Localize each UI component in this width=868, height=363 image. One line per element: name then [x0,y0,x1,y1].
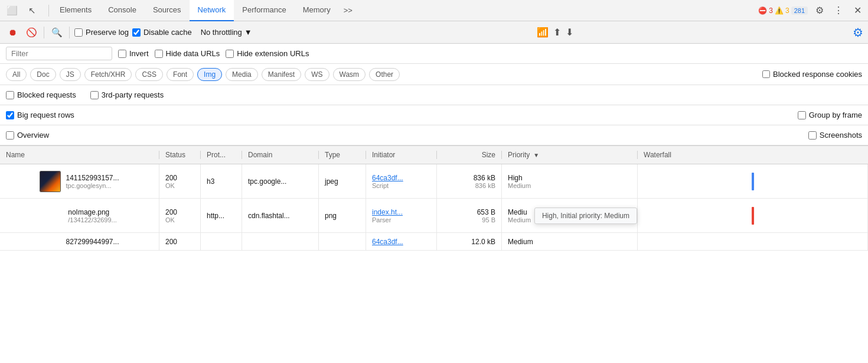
clear-log-button[interactable]: 🚫 [24,25,39,40]
type-btn-wasm[interactable]: Wasm [333,68,366,81]
overview-checkbox[interactable] [6,131,14,140]
col-header-protocol[interactable]: Prot... [201,151,242,159]
network-settings-icon[interactable]: ⚙ [853,26,863,39]
cell-protocol-1: h3 [201,164,242,198]
cell-waterfall-3 [638,233,868,250]
more-options-icon[interactable]: ⋮ [831,4,846,18]
cell-status-1: 200 OK [159,164,201,198]
group-by-frame-label[interactable]: Group by frame [798,111,862,119]
cell-size-2: 653 B 95 B [437,199,502,232]
options-left-3: Overview [6,131,49,140]
disable-cache-checkbox[interactable] [132,28,141,37]
blocked-requests-label[interactable]: Blocked requests [6,90,76,99]
blocked-requests-checkbox[interactable] [6,91,14,99]
cell-domain-3 [242,233,319,250]
table-row[interactable]: 141152993157... tpc.googlesyn... 200 OK … [0,164,868,199]
settings-icon[interactable]: ⚙ [812,4,827,18]
type-btn-other[interactable]: Other [369,68,400,81]
options-row-1: Blocked requests 3rd-party requests [0,85,868,105]
cell-type-1: jpeg [319,164,366,198]
cell-name-1: 141152993157... tpc.googlesyn... [0,164,159,198]
cell-name-2: noImage.png /134122/32699... [0,199,159,232]
options-right-2: Group by frame [798,111,862,119]
blocked-cookies-checkbox[interactable] [762,70,770,78]
overview-label[interactable]: Overview [6,131,49,140]
type-btn-font[interactable]: Font [167,68,194,81]
type-btn-doc[interactable]: Doc [30,68,56,81]
name-inner-3: 827299944997... [40,238,119,246]
stop-recording-button[interactable]: ⏺ [5,25,20,40]
type-btn-manifest[interactable]: Manifest [262,68,301,81]
tab-elements[interactable]: Elements [51,0,100,21]
col-header-type[interactable]: Type [319,151,366,159]
cell-protocol-3 [201,233,242,250]
tab-console[interactable]: Console [100,0,145,21]
toolbar-divider-2 [69,27,70,38]
cell-size-1: 836 kB 836 kB [437,164,502,198]
wifi-icon: 📶 [537,27,549,38]
col-header-priority[interactable]: Priority ▼ [502,151,638,159]
tab-network[interactable]: Network [190,0,234,21]
network-toolbar: ⏺ 🚫 🔍 Preserve log Disable cache No thro… [0,21,868,44]
screenshots-label[interactable]: Screenshots [808,131,862,140]
type-btn-js[interactable]: JS [60,68,81,81]
tab-more[interactable]: >> [339,0,357,21]
big-request-rows-label[interactable]: Big request rows [6,111,74,119]
cell-priority-3: Medium [502,233,638,250]
error-badge: ⛔ 3 ⚠️ 3 281 [758,7,808,15]
table-row[interactable]: 827299944997... 200 64ca3df... 12.0 kB M… [0,233,868,251]
waterfall-bar-1 [752,173,754,190]
cell-protocol-2: http... [201,199,242,232]
table-row[interactable]: noImage.png /134122/32699... 200 OK http… [0,199,868,233]
col-header-waterfall[interactable]: Waterfall [638,151,868,159]
disable-cache-label[interactable]: Disable cache [132,28,192,37]
invert-checkbox[interactable] [118,50,126,58]
type-btn-ws[interactable]: WS [305,68,329,81]
screenshots-checkbox[interactable] [808,131,817,140]
hide-data-urls-label[interactable]: Hide data URLs [155,49,220,58]
col-header-domain[interactable]: Domain [242,151,319,159]
cell-domain-2: cdn.flashtal... [242,199,319,232]
col-header-size[interactable]: Size [437,151,502,159]
cell-initiator-2: index.ht... Parser [366,199,437,232]
inspect-icon[interactable]: ↖ [24,2,40,19]
type-btn-all[interactable]: All [6,68,27,81]
thumbnail-1 [40,171,61,192]
tab-sources[interactable]: Sources [145,0,190,21]
hide-data-urls-checkbox[interactable] [155,50,163,58]
third-party-checkbox[interactable] [90,91,99,99]
search-button[interactable]: 🔍 [49,25,64,40]
big-request-rows-checkbox[interactable] [6,111,14,119]
invert-label[interactable]: Invert [118,49,149,58]
options-left-2: Big request rows [6,111,74,119]
tab-bar: ⬜ ↖ Elements Console Sources Network Per… [0,0,868,21]
preserve-log-checkbox[interactable] [74,28,83,37]
table-body: 141152993157... tpc.googlesyn... 200 OK … [0,164,868,251]
group-by-frame-checkbox[interactable] [798,111,806,119]
download-icon[interactable]: ⬇ [566,27,573,38]
tab-memory[interactable]: Memory [295,0,339,21]
cell-domain-1: tpc.google... [242,164,319,198]
filter-row: Invert Hide data URLs Hide extension URL… [0,44,868,64]
throttle-select[interactable]: No throttling ▼ [195,25,257,39]
filter-input[interactable] [6,47,112,60]
options-right-3: Screenshots [808,131,862,140]
type-btn-fetch[interactable]: Fetch/XHR [84,68,132,81]
hide-extension-urls-checkbox[interactable] [226,50,234,58]
blocked-cookies-label[interactable]: Blocked response cookies [762,70,862,79]
hide-extension-urls-label[interactable]: Hide extension URLs [226,49,309,58]
type-btn-media[interactable]: Media [226,68,258,81]
col-header-name[interactable]: Name [0,151,159,159]
col-header-initiator[interactable]: Initiator [366,151,437,159]
col-header-status[interactable]: Status [159,151,201,159]
close-icon[interactable]: ✕ [850,4,864,18]
type-filter-row: All Doc JS Fetch/XHR CSS Font Img Media … [0,64,868,85]
third-party-label[interactable]: 3rd-party requests [90,90,164,99]
device-toolbar-icon[interactable]: ⬜ [4,2,20,19]
preserve-log-label[interactable]: Preserve log [74,28,129,37]
name-inner-1: 141152993157... tpc.googlesyn... [66,174,119,189]
type-btn-css[interactable]: CSS [135,68,163,81]
tab-performance[interactable]: Performance [234,0,294,21]
type-btn-img[interactable]: Img [197,68,222,81]
upload-icon[interactable]: ⬆ [553,27,561,38]
